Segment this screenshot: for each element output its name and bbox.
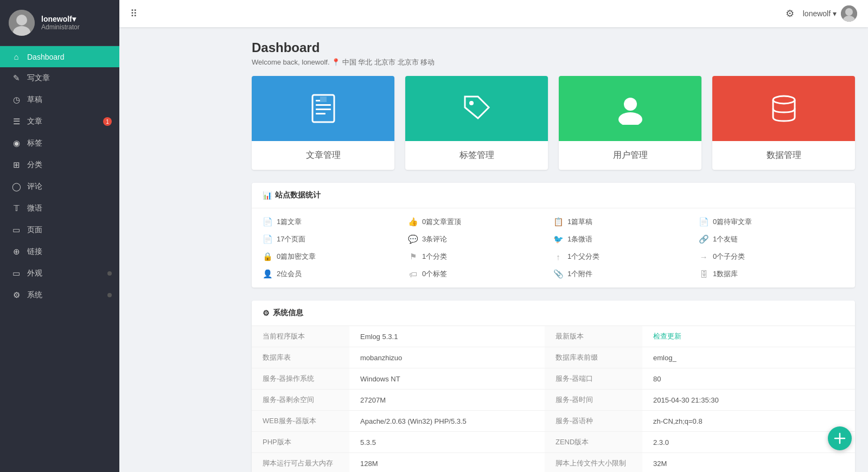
microblog-icon: 𝕋 <box>11 203 22 213</box>
stat-child-cat: → 0个子分类 <box>699 252 844 261</box>
home-icon: ⌂ <box>11 52 22 61</box>
table-row: WEB服务-器版本 Apache/2.0.63 (Win32) PHP/5.3.… <box>252 411 855 432</box>
sidebar-item-categories[interactable]: ⊞ 分类 <box>0 154 119 176</box>
sidebar-label-tags: 标签 <box>27 138 42 148</box>
stat-icon-draft: 📋 <box>553 217 563 227</box>
table-row: 服务-器操作系统 Windows NT 服务-器端口 80 <box>252 368 855 390</box>
value-web-server: Apache/2.0.63 (Win32) PHP/5.3.5 <box>349 411 545 432</box>
card-top-data <box>712 76 855 141</box>
page-title: Dashboard <box>252 40 855 55</box>
stats-title: 站点数据统计 <box>275 190 321 200</box>
appearance-icon: ▭ <box>11 269 22 278</box>
settings-icon[interactable]: ⚙ <box>786 8 794 20</box>
main-content: Dashboard Welcome back, lonewolf. 📍 中国 华… <box>239 27 868 472</box>
topbar-username: lonewolf ▾ <box>803 9 837 18</box>
label-web-server: WEB服务-器版本 <box>252 411 349 432</box>
grid-icon[interactable]: ⠿ <box>130 8 137 20</box>
fab-button[interactable] <box>828 426 852 450</box>
sidebar-item-dashboard[interactable]: ⌂ Dashboard <box>0 46 119 67</box>
svg-point-1 <box>16 15 27 25</box>
sidebar-item-tags[interactable]: ◉ 标签 <box>0 132 119 154</box>
stat-icon-articles: 📄 <box>263 217 272 227</box>
stat-icon-links: 🔗 <box>699 234 709 244</box>
stat-microblog: 🐦 1条微语 <box>553 234 699 244</box>
svg-point-15 <box>773 96 795 104</box>
value-disk-space: 27207M <box>349 390 545 411</box>
stat-icon-tags: 🏷 <box>408 270 418 279</box>
table-row: 服务-器剩余空间 27207M 服务-器时间 2015-04-30 21:35:… <box>252 390 855 411</box>
table-row: 当前程序版本 Emlog 5.3.1 最新版本 检查更新 <box>252 326 855 347</box>
stat-text-pending: 0篇待审文章 <box>713 217 752 227</box>
stat-draft: 📋 1篇草稿 <box>553 217 699 227</box>
label-db-prefix: 数据库表前缀 <box>545 347 642 368</box>
label-server-os: 服务-器操作系统 <box>252 368 349 390</box>
stat-icon-members: 👤 <box>263 269 272 279</box>
value-latest-version[interactable]: 检查更新 <box>642 326 855 347</box>
svg-rect-8 <box>316 104 331 106</box>
stat-text-links: 1个友链 <box>713 234 738 244</box>
sidebar-label-comments: 评论 <box>27 182 42 192</box>
stat-icon-parent-cat: ↑ <box>553 252 563 261</box>
svg-rect-9 <box>316 109 331 110</box>
stat-db: 🗄 1数据库 <box>699 269 844 279</box>
sidebar: lonewolf▾ Administrator ⌂ Dashboard ✎ 写文… <box>0 0 119 472</box>
location-text: 中国 华北 北京市 北京市 移动 <box>342 58 435 66</box>
card-top-tags <box>405 76 548 141</box>
table-row: 脚本运行可占最大内存 128M 脚本上传文件大小限制 32M <box>252 453 855 473</box>
sidebar-item-comments[interactable]: ◯ 评论 <box>0 176 119 197</box>
value-max-memory: 128M <box>349 453 545 473</box>
sidebar-item-appearance[interactable]: ▭ 外观 <box>0 263 119 284</box>
stat-pages: 📄 17个页面 <box>263 234 408 244</box>
categories-icon: ⊞ <box>11 160 22 170</box>
topbar-user[interactable]: lonewolf ▾ <box>803 5 857 22</box>
write-icon: ✎ <box>11 73 22 83</box>
svg-point-13 <box>624 98 637 111</box>
value-db-table: mobanzhizuo <box>349 347 545 368</box>
profile-text: lonewolf▾ Administrator <box>41 15 80 31</box>
appearance-expand-dot <box>107 271 112 276</box>
sidebar-label-drafts: 草稿 <box>27 95 42 105</box>
welcome-message: Welcome back, lonewolf. <box>252 58 330 66</box>
sidebar-label-system: 系统 <box>27 290 42 300</box>
card-label-data: 数据管理 <box>712 141 855 170</box>
stat-text-attachments: 1个附件 <box>567 269 592 279</box>
links-icon: ⊕ <box>11 247 22 257</box>
pages-icon: ▭ <box>11 225 22 235</box>
stat-articles: 📄 1篇文章 <box>263 217 408 227</box>
system-info-title: 系统信息 <box>273 308 303 318</box>
page-header: Dashboard Welcome back, lonewolf. 📍 中国 华… <box>252 40 855 67</box>
stat-categories: ⚑ 1个分类 <box>408 252 553 261</box>
sidebar-label-articles: 文章 <box>27 117 42 126</box>
label-server-time: 服务-器时间 <box>545 390 642 411</box>
system-info-table: 当前程序版本 Emlog 5.3.1 最新版本 检查更新 数据库表 mobanz… <box>252 326 855 472</box>
table-row: 数据库表 mobanzhizuo 数据库表前缀 emlog_ <box>252 347 855 368</box>
label-disk-space: 服务-器剩余空间 <box>252 390 349 411</box>
welcome-text: Welcome back, lonewolf. 📍 中国 华北 北京市 北京市 … <box>252 58 855 67</box>
module-card-tags[interactable]: 标签管理 <box>405 76 548 170</box>
module-card-users[interactable]: 用户管理 <box>559 76 701 170</box>
system-info-icon: ⚙ <box>263 309 270 317</box>
module-card-data[interactable]: 数据管理 <box>712 76 855 170</box>
svg-point-12 <box>469 101 474 105</box>
sidebar-item-drafts[interactable]: ◷ 草稿 <box>0 89 119 111</box>
stat-encrypted: 🔒 0篇加密文章 <box>263 252 408 261</box>
stat-text-pinned: 0篇文章置顶 <box>422 217 461 227</box>
drafts-icon: ◷ <box>11 95 22 105</box>
module-card-articles[interactable]: 文章管理 <box>252 76 394 170</box>
sidebar-item-write[interactable]: ✎ 写文章 <box>0 67 119 89</box>
sidebar-item-system[interactable]: ⚙ 系统 <box>0 284 119 306</box>
sidebar-item-microblog[interactable]: 𝕋 微语 <box>0 197 119 219</box>
stat-members: 👤 2位会员 <box>263 269 408 279</box>
topbar: ⠿ ⚙ lonewolf ▾ <box>119 0 868 27</box>
sidebar-item-links[interactable]: ⊕ 链接 <box>0 241 119 263</box>
stat-text-pages: 17个页面 <box>277 234 305 244</box>
stat-tags: 🏷 0个标签 <box>408 269 553 279</box>
stat-icon-child-cat: → <box>699 252 709 261</box>
label-php-version: PHP版本 <box>252 432 349 453</box>
stat-text-categories: 1个分类 <box>422 252 447 261</box>
sidebar-item-articles[interactable]: ☰ 文章 1 <box>0 111 119 132</box>
sidebar-username[interactable]: lonewolf▾ <box>41 15 80 23</box>
stat-icon-attachments: 📎 <box>553 269 563 279</box>
sidebar-item-pages[interactable]: ▭ 页面 <box>0 219 119 241</box>
stat-comments: 💬 3条评论 <box>408 234 553 244</box>
